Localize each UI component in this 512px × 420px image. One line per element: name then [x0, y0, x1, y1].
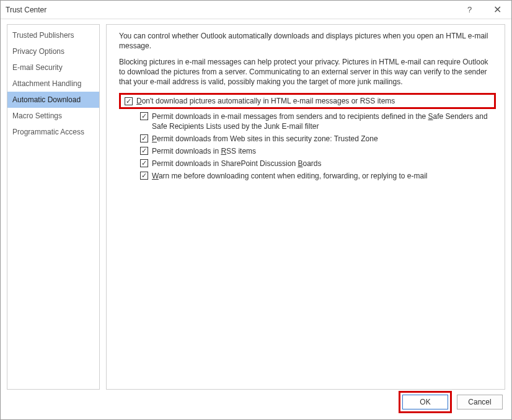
sidebar-item-programmatic-access[interactable]: Programmatic Access [7, 124, 99, 140]
checkbox-safe-senders[interactable]: ✓ [140, 112, 148, 120]
checkbox-dont-download[interactable]: ✓ [125, 97, 133, 105]
close-button[interactable]: ✕ [483, 1, 511, 19]
sidebar-item-label: E-mail Security [12, 63, 63, 72]
sidebar-item-label: Macro Settings [12, 112, 62, 120]
sidebar: Trusted Publishers Privacy Options E-mai… [7, 24, 100, 390]
intro-paragraph-1: You can control whether Outlook automati… [119, 31, 496, 51]
option-row: ✓ Permit downloads in RSS items [140, 146, 496, 156]
option-label: Permit downloads from Web sites in this … [152, 134, 496, 144]
highlight-ok-button: OK [399, 391, 452, 413]
sidebar-item-automatic-download[interactable]: Automatic Download [7, 92, 99, 108]
help-button[interactable]: ? [456, 1, 483, 19]
sidebar-item-privacy-options[interactable]: Privacy Options [7, 43, 99, 59]
sidebar-item-label: Attachment Handling [12, 79, 81, 88]
highlight-main-option: ✓ Don't download pictures automatically … [119, 93, 496, 109]
sidebar-item-macro-settings[interactable]: Macro Settings [7, 108, 99, 124]
cancel-button[interactable]: Cancel [457, 395, 503, 409]
intro-paragraph-2: Blocking pictures in e-mail messages can… [119, 57, 496, 87]
window-title: Trust Center [6, 6, 456, 14]
option-row: ✓ Permit downloads in e-mail messages fr… [140, 112, 496, 131]
option-row: ✓ Permit downloads from Web sites in thi… [140, 134, 496, 144]
option-label: Permit downloads in SharePoint Discussio… [152, 159, 496, 168]
sidebar-item-label: Trusted Publishers [12, 31, 74, 40]
option-label: Permit downloads in e-mail messages from… [152, 112, 496, 131]
option-label-dont-download: Don't download pictures automatically in… [136, 97, 490, 105]
checkbox-sharepoint[interactable]: ✓ [140, 159, 148, 167]
content-panel: You can control whether Outlook automati… [106, 24, 505, 390]
checkbox-trusted-zone[interactable]: ✓ [140, 134, 148, 142]
option-label: Warn me before downloading content when … [152, 171, 496, 181]
sidebar-item-attachment-handling[interactable]: Attachment Handling [7, 76, 99, 92]
dialog-footer: OK Cancel [1, 390, 511, 414]
option-row: ✓ Warn me before downloading content whe… [140, 171, 496, 181]
sidebar-item-email-security[interactable]: E-mail Security [7, 59, 99, 76]
option-row: ✓ Permit downloads in SharePoint Discuss… [140, 159, 496, 168]
option-label: Permit downloads in RSS items [152, 146, 496, 156]
sidebar-item-label: Privacy Options [12, 47, 64, 56]
checkbox-rss-items[interactable]: ✓ [140, 147, 148, 155]
sidebar-item-label: Programmatic Access [12, 128, 84, 136]
checkbox-warn-before-download[interactable]: ✓ [140, 172, 148, 180]
sidebar-item-label: Automatic Download [12, 95, 81, 104]
dialog-body: Trusted Publishers Privacy Options E-mai… [1, 19, 511, 390]
sidebar-item-trusted-publishers[interactable]: Trusted Publishers [7, 27, 99, 43]
titlebar: Trust Center ? ✕ [1, 1, 511, 19]
ok-button[interactable]: OK [402, 395, 448, 409]
